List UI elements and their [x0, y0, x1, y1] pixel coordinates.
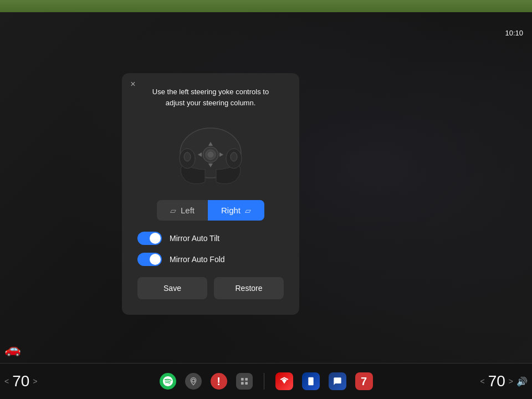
calendar-icon[interactable]: 7 — [355, 372, 373, 390]
taskbar-center: ! 7 — [135, 372, 397, 390]
taskbar-right: < 70 > 🔊 — [397, 372, 528, 390]
svg-point-3 — [208, 152, 213, 157]
mirror-auto-tilt-row: Mirror Auto Tilt — [137, 232, 284, 245]
mirror-auto-tilt-label: Mirror Auto Tilt — [170, 234, 219, 243]
left-button-label: Left — [181, 206, 195, 215]
taskbar: < 70 > ! — [0, 363, 532, 399]
main-screen: 10:10 × Use the left steering yoke contr… — [0, 12, 532, 399]
save-button[interactable]: Save — [137, 277, 207, 299]
background-top — [0, 0, 532, 12]
svg-rect-13 — [241, 378, 244, 381]
right-button-label: Right — [221, 206, 241, 215]
steering-column-dialog: × Use the left steering yoke controls to… — [122, 73, 299, 315]
car-icon: 🚗 — [0, 337, 25, 361]
speed-left-nav-next[interactable]: > — [33, 377, 37, 386]
time-display: 10:10 — [505, 29, 523, 37]
tesla-app-icon[interactable] — [275, 372, 293, 390]
svg-rect-15 — [241, 382, 244, 385]
left-button[interactable]: ▱ Left — [157, 200, 208, 221]
phone-icon[interactable] — [302, 372, 320, 390]
restore-button[interactable]: Restore — [214, 277, 284, 299]
left-mirror-icon: ▱ — [170, 206, 176, 215]
mirror-auto-fold-row: Mirror Auto Fold — [137, 253, 284, 266]
taskbar-left: < 70 > — [4, 372, 135, 390]
speed-right-nav-prev[interactable]: < — [480, 377, 484, 386]
spotify-icon[interactable] — [160, 373, 176, 390]
navigation-icon[interactable] — [185, 373, 202, 390]
left-right-toggle: ▱ Left Right ▱ — [137, 200, 284, 221]
speed-left-nav-prev[interactable]: < — [4, 377, 9, 386]
svg-point-12 — [192, 379, 195, 382]
messages-icon[interactable] — [329, 372, 346, 390]
speed-right-display: 70 — [488, 372, 505, 390]
yoke-svg — [166, 117, 255, 189]
svg-point-10 — [184, 152, 191, 161]
svg-point-11 — [231, 152, 237, 161]
action-buttons: Save Restore — [137, 277, 284, 299]
taskbar-divider — [264, 373, 264, 390]
alert-icon[interactable]: ! — [211, 373, 227, 390]
mirror-auto-fold-toggle[interactable] — [137, 253, 162, 266]
right-button[interactable]: Right ▱ — [208, 200, 264, 221]
speed-left-display: 70 — [12, 372, 29, 390]
mirror-auto-fold-label: Mirror Auto Fold — [170, 255, 225, 264]
grid-menu-icon[interactable] — [236, 373, 253, 390]
mirror-auto-tilt-toggle[interactable] — [137, 232, 162, 245]
yoke-illustration — [137, 117, 284, 189]
right-mirror-icon: ▱ — [245, 206, 251, 215]
svg-rect-16 — [245, 382, 248, 385]
speed-right-nav-next[interactable]: > — [509, 377, 513, 386]
volume-icon[interactable]: 🔊 — [516, 376, 528, 387]
svg-rect-14 — [245, 378, 248, 381]
close-button[interactable]: × — [127, 79, 139, 90]
dialog-title: Use the left steering yoke controls to a… — [137, 86, 284, 108]
